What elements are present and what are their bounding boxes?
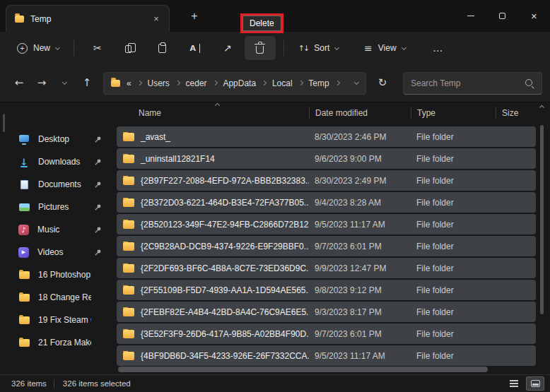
file-date-modified: 9/7/2023 6:01 PM <box>309 329 411 339</box>
chevron-right-icon <box>298 81 303 85</box>
cut-icon: ✂ <box>93 43 102 53</box>
folder-icon <box>123 264 134 273</box>
selected-count: 326 items selected <box>54 379 131 388</box>
breadcrumb-item[interactable]: AppData <box>221 77 257 90</box>
file-name: {4BF9DB6D-34F5-4233-926E-26F7332CCA... <box>141 351 309 361</box>
horizontal-scrollbar-thumb[interactable] <box>118 367 488 372</box>
breadcrumb-item[interactable]: Local <box>271 77 294 90</box>
refresh-button[interactable]: ↻ <box>372 73 393 94</box>
chevron-down-icon <box>402 45 406 50</box>
column-header-size[interactable]: Size <box>496 107 536 119</box>
file-date-modified: 9/8/2023 9:12 PM <box>309 285 411 295</box>
tab-close-button[interactable]: × <box>149 12 163 26</box>
file-row[interactable]: _uninstall12821F14 9/6/2023 9:00 PM File… <box>117 148 536 169</box>
rename-icon: A <box>190 44 201 53</box>
maximize-button[interactable] <box>486 0 518 32</box>
breadcrumb[interactable]: « Users ceder AppData Local Temp <box>103 72 366 95</box>
sidebar-item-icon <box>18 337 30 348</box>
large-thumbnails-view-toggle[interactable] <box>526 376 544 391</box>
address-bar-row: ← → ↑ « Users ceder AppData Local <box>0 64 550 102</box>
tab-temp[interactable]: Temp × <box>6 5 170 32</box>
sidebar-item[interactable]: Documents <box>1 173 112 196</box>
column-header-name[interactable]: Name <box>117 107 309 119</box>
file-row[interactable]: {3E52F3F9-26D6-417A-9B85-A02BB4F90D... 9… <box>117 323 536 344</box>
view-button[interactable]: ≡ View <box>357 36 412 60</box>
copy-button[interactable] <box>115 36 146 60</box>
delete-icon <box>256 46 264 54</box>
sidebar-item[interactable]: Videos <box>1 241 112 263</box>
sidebar-item-icon <box>18 314 30 326</box>
sidebar-scrollbar[interactable] <box>3 114 5 132</box>
sidebar-item-label: Desktop <box>38 134 91 144</box>
file-row[interactable]: {2B520123-349F-47E2-94FB-C2866D72B12... … <box>117 214 536 234</box>
scroll-up-icon[interactable] <box>539 105 544 110</box>
more-options-button[interactable]: … <box>422 36 453 60</box>
minimize-button[interactable] <box>455 0 486 32</box>
recent-locations-button[interactable] <box>54 73 75 94</box>
search-input[interactable] <box>404 78 542 88</box>
file-row[interactable]: _avast_ 8/30/2023 2:46 PM File folder <box>117 126 536 147</box>
breadcrumb-item[interactable]: Users <box>146 77 170 90</box>
file-date-modified: 9/5/2023 11:17 AM <box>309 220 411 230</box>
back-button[interactable]: ← <box>8 73 30 94</box>
breadcrumb-item[interactable]: ceder <box>185 77 209 90</box>
file-row[interactable]: {4BF9DB6D-34F5-4233-926E-26F7332CCA... 9… <box>117 345 536 366</box>
vertical-scrollbar-thumb[interactable] <box>540 125 544 314</box>
large-thumbnails-icon <box>531 380 540 387</box>
vertical-scrollbar[interactable] <box>539 106 545 365</box>
column-header-type[interactable]: Type <box>411 107 496 119</box>
sidebar-item-label: 21 Forza Make M <box>38 338 91 348</box>
file-type: File folder <box>411 329 496 339</box>
file-row[interactable]: {2C9B28AD-DCB9-4374-9226-E9F29BBF0... 9/… <box>117 236 536 256</box>
close-button[interactable]: × <box>518 0 550 32</box>
sidebar-item[interactable]: Downloads <box>1 150 112 173</box>
sidebar-item-icon <box>18 269 30 280</box>
file-name: {2B520123-349F-47E2-94FB-C2866D72B12... <box>141 220 309 230</box>
breadcrumb-overflow-button[interactable]: « <box>125 77 133 90</box>
file-row[interactable]: {2F2DF693-BF6C-4B8A-8C7E-73ED36D9C... 9/… <box>117 258 536 278</box>
column-header-date-modified[interactable]: Date modified <box>309 107 411 119</box>
file-row[interactable]: {2B97F227-2088-4EFD-972A-BBB2B32383... 8… <box>117 170 536 191</box>
sort-icon: ↑↓ <box>298 44 308 52</box>
delete-tooltip: Delete <box>242 16 281 31</box>
sidebar-item[interactable]: 21 Forza Make M <box>1 331 112 354</box>
sidebar-item[interactable]: 19 Fix Steam Ga <box>1 309 112 331</box>
file-type: File folder <box>411 220 496 230</box>
rename-button[interactable]: A <box>180 36 211 60</box>
file-row[interactable]: {2B372D03-6221-464D-B3E4-72FA377B05... 9… <box>117 192 536 213</box>
details-view-toggle[interactable] <box>505 376 523 391</box>
chevron-right-icon <box>175 81 180 85</box>
sidebar-item[interactable]: 16 Photoshop C <box>1 263 112 286</box>
folder-icon <box>15 16 24 23</box>
sidebar-item[interactable]: Music <box>1 218 112 241</box>
sidebar-item[interactable]: 18 Change Regio <box>1 286 112 309</box>
up-button[interactable]: ↑ <box>76 73 98 94</box>
file-type: File folder <box>411 176 496 186</box>
sidebar-item[interactable]: Pictures <box>1 196 112 218</box>
new-button[interactable]: + New <box>10 36 66 60</box>
forward-icon: → <box>37 78 47 88</box>
delete-button[interactable] <box>245 36 276 60</box>
sort-button[interactable]: ↑↓ Sort <box>291 36 346 60</box>
status-bar: 326 items 326 items selected <box>0 374 550 392</box>
maximize-icon <box>499 13 505 19</box>
file-type: File folder <box>411 132 496 142</box>
chevron-down-icon <box>55 45 60 50</box>
folder-icon <box>123 155 134 163</box>
sidebar-item[interactable]: Desktop <box>1 128 112 150</box>
sidebar-item-icon <box>18 225 29 235</box>
forward-button[interactable]: → <box>31 73 52 94</box>
cut-button[interactable]: ✂ <box>82 36 113 60</box>
sidebar-item-icon <box>18 179 30 190</box>
file-row[interactable]: {2F55109B-F5D7-4939-AA1A-1D594AE565... 9… <box>117 280 536 300</box>
address-dropdown-chevron[interactable] <box>354 80 359 85</box>
horizontal-scrollbar[interactable] <box>118 367 525 372</box>
new-tab-button[interactable]: + <box>185 7 204 25</box>
paste-button[interactable] <box>147 36 178 60</box>
breadcrumb-item[interactable]: Temp <box>307 77 330 90</box>
file-row[interactable]: {2FEBF82E-A4B4-42BD-8A4C-76C9AE6E5... 9/… <box>117 302 536 322</box>
share-button[interactable]: ↗ <box>212 36 243 60</box>
search-box <box>403 72 542 95</box>
sidebar-item-label: Music <box>37 225 91 234</box>
sidebar-item-icon <box>18 133 30 145</box>
